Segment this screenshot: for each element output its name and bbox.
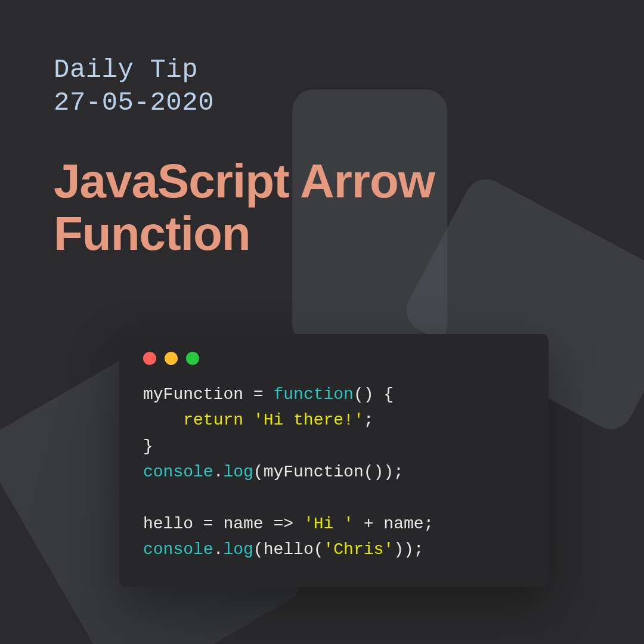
page-title: JavaScript Arrow Function bbox=[54, 155, 590, 260]
code-token: log bbox=[223, 463, 253, 481]
code-token: hello bbox=[143, 515, 203, 533]
code-token: => bbox=[273, 515, 293, 533]
code-token: return bbox=[183, 411, 243, 429]
code-token: ( bbox=[253, 540, 264, 559]
window-traffic-lights bbox=[143, 352, 525, 365]
code-block: myFunction = function() { return 'Hi the… bbox=[143, 382, 525, 563]
code-window: myFunction = function() { return 'Hi the… bbox=[119, 334, 549, 587]
code-token: console bbox=[143, 463, 213, 481]
code-token: + bbox=[364, 515, 374, 533]
code-token: hello bbox=[264, 540, 314, 559]
code-token: () { bbox=[354, 385, 394, 404]
code-token: name bbox=[213, 515, 274, 533]
code-token: ; bbox=[364, 411, 374, 429]
code-token bbox=[293, 515, 304, 533]
code-token: )); bbox=[394, 540, 423, 559]
code-token: } bbox=[143, 437, 153, 456]
code-token: 'Hi there!' bbox=[253, 411, 364, 429]
code-token: . bbox=[213, 540, 224, 559]
code-token: function bbox=[273, 385, 353, 404]
code-token: 'Hi ' bbox=[304, 515, 354, 533]
code-token: name; bbox=[374, 515, 434, 533]
code-token: = bbox=[203, 515, 213, 533]
code-token: = bbox=[253, 385, 264, 404]
code-token bbox=[143, 411, 183, 429]
header-content: Daily Tip 27-05-2020 JavaScript Arrow Fu… bbox=[0, 0, 644, 260]
maximize-icon bbox=[186, 352, 199, 365]
code-token: console bbox=[143, 540, 213, 559]
code-token bbox=[354, 515, 364, 533]
code-token: myFunction bbox=[264, 463, 364, 481]
date-label: 27-05-2020 bbox=[54, 86, 590, 119]
code-token bbox=[264, 385, 274, 404]
code-token: ()); bbox=[364, 463, 404, 481]
code-token: ( bbox=[314, 540, 324, 559]
code-token: myFunction bbox=[143, 385, 253, 404]
series-label: Daily Tip bbox=[54, 54, 590, 86]
close-icon bbox=[143, 352, 156, 365]
code-token: log bbox=[223, 540, 253, 559]
code-token: ( bbox=[253, 463, 264, 481]
code-token bbox=[243, 411, 253, 429]
code-token: . bbox=[213, 463, 224, 481]
code-token: 'Chris' bbox=[324, 540, 394, 559]
minimize-icon bbox=[165, 352, 178, 365]
